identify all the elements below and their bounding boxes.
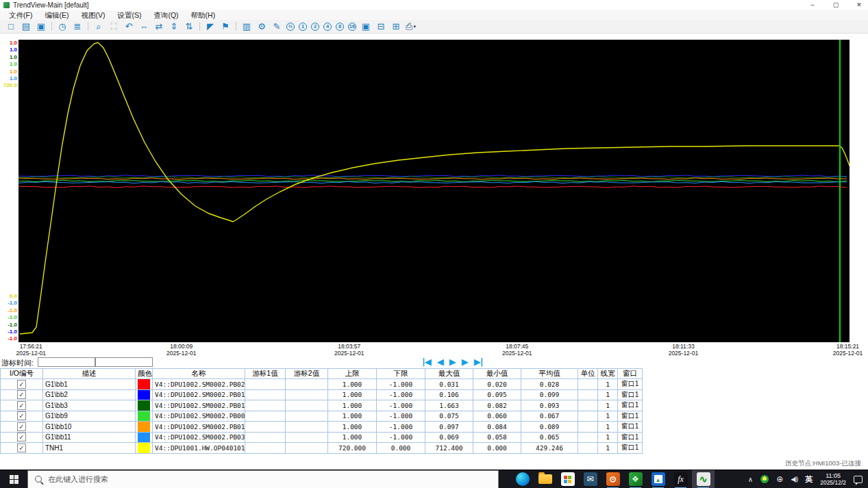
taskbar-app-macs-app[interactable]: ❖ [624,470,647,488]
tray-app-icon[interactable] [760,475,769,483]
taskbar-app-photos[interactable]: ▲ [647,470,669,488]
minimize-button[interactable]: – [808,0,817,10]
photos-icon: ▲ [652,472,665,486]
cursor1-cell [245,422,286,433]
row-checkbox[interactable]: ✓ [17,444,26,452]
select-cursor-icon[interactable]: ◤ [205,21,216,33]
taskbar-app-mail[interactable]: ✉ [579,470,602,488]
y-label-bottom-0: 0.0 [0,293,17,300]
compress-horizontal-icon[interactable]: ⇄ [153,21,164,33]
settings-gear-icon[interactable]: ⚙ [256,21,267,33]
volume-icon[interactable]: ◀)) [791,476,797,483]
action-center-icon[interactable] [854,476,863,483]
low-limit-cell: -1.000 [377,389,425,400]
compress-vertical-icon[interactable]: ⇅ [184,21,195,33]
cursor2-cell [286,379,328,390]
desc-cell: TNH1 [43,443,136,454]
tag-name-cell: V4::DPU1001.HW.OP040101.PV [153,443,245,454]
layout-two-pane-icon[interactable]: ⊟ [375,21,386,33]
row-checkbox[interactable]: ✓ [17,411,26,420]
menu-item-1[interactable]: 编辑(E) [38,10,75,20]
start-button[interactable] [0,470,27,488]
annotate-pen-icon[interactable]: ✎ [271,21,282,33]
menu-item-4[interactable]: 查询(Q) [147,10,184,20]
taskbar-app-trendview[interactable]: ∿ [692,470,715,488]
open-file-icon[interactable]: ▤ [21,21,32,33]
row-checkbox[interactable]: ✓ [17,422,26,431]
taskbar-app-edge[interactable] [511,470,534,488]
nav-play-button[interactable]: ▶ [449,356,456,368]
taskbar-app-config-tool[interactable]: ⚙ [602,470,624,488]
tag-list-icon[interactable]: ≣ [72,21,83,33]
high-limit-cell: 720.000 [328,443,377,454]
nav-prev-button[interactable]: ◀ [437,356,443,368]
avg-value-cell: 0.099 [521,389,578,400]
windows-taskbar: 在此键入进行搜索 ✉⚙❖▲fx∿ ∧ ⊕ ◀)) 英 11:05 2025/12… [0,470,868,488]
save-icon[interactable]: ▣ [36,21,47,33]
taskbar-search-input[interactable]: 在此键入进行搜索 [27,470,499,488]
report-icon[interactable]: ▥ [241,21,252,33]
scale-16-button[interactable]: 16 [348,23,356,31]
nav-first-button[interactable]: |◀ [422,356,431,368]
series-G1-bb3 [18,177,847,178]
taskbar-clock[interactable]: 11:05 2025/12/2 [820,472,846,486]
y-label-bottom-3: -1.0 [0,314,17,321]
scale-half-button[interactable]: ½ [286,23,295,31]
toolbar-separator [51,22,52,31]
row-checkbox[interactable]: ✓ [17,401,26,410]
row-checkbox[interactable]: ✓ [17,390,26,399]
expand-vertical-icon[interactable]: ⇕ [169,21,179,33]
toolbar-separator [199,22,200,31]
low-limit-cell: 0.000 [377,443,425,454]
taskbar-app-store[interactable] [556,470,579,488]
scale-2-button[interactable]: 2 [311,23,319,31]
menu-item-3[interactable]: 设置(S) [111,10,147,20]
row-checkbox[interactable]: ✓ [17,433,26,441]
color-cell [136,411,153,422]
layout-single-icon[interactable]: ▣ [360,21,371,33]
chart-cursor-line [839,40,841,342]
scale-4-button[interactable]: 4 [323,23,332,31]
menu-bar: 文件(F)编辑(E)视图(V)设置(S)查询(Q)帮助(H) [0,10,868,20]
network-icon[interactable]: ⊕ [776,475,783,483]
maximize-button[interactable]: ▢ [831,0,841,10]
cursor-time-input-2[interactable] [95,357,153,367]
new-file-icon[interactable]: □ [5,21,16,33]
app-logo-icon [3,2,10,8]
taskbar-app-file-explorer[interactable] [534,470,556,488]
min-value-cell: 0.084 [473,422,521,433]
menu-item-2[interactable]: 视图(V) [75,10,111,20]
trendview-icon: ∿ [697,472,710,486]
color-cell [136,443,153,454]
tray-chevron-icon[interactable]: ∧ [748,476,753,483]
language-indicator[interactable]: 英 [805,474,813,485]
row-checkbox[interactable]: ✓ [17,380,26,389]
trend-plot[interactable] [18,40,850,342]
nav-next-button[interactable]: ▶ [462,356,468,368]
column-header-9: 最小值 [473,369,521,379]
time-range-icon[interactable]: ◷ [57,21,68,33]
close-button[interactable]: ✕ [854,0,864,10]
zoom-area-icon[interactable]: ⌕ [93,21,104,33]
expand-horizontal-icon[interactable]: ⇔ [138,21,149,33]
file-explorer-icon [538,474,552,484]
menu-item-5[interactable]: 帮助(H) [185,10,222,20]
series-G1-bb10 [18,178,847,179]
history-node-status: 历史节点:HMI1003-已连接 [785,459,861,468]
print-icon-glyph: ⎙ [406,21,412,32]
undo-icon[interactable]: ↶ [123,21,134,33]
io-cell: ✓ [1,400,43,411]
scale-1-button[interactable]: 1 [299,23,307,31]
cursor-flag-icon[interactable]: ⚑ [220,21,231,33]
y-axis-top-labels: 1.01.01.01.01.01.0720.0 [0,40,17,90]
desc-cell: G1\bb11 [43,432,136,443]
dropdown-arrow-icon: ▾ [413,24,416,29]
cursor-time-input-1[interactable] [38,357,95,367]
min-value-cell: 0.060 [473,411,521,422]
nav-last-button[interactable]: ▶| [474,356,483,368]
scale-8-button[interactable]: 8 [336,23,344,31]
layout-four-pane-icon[interactable]: ⊞ [390,21,401,33]
taskbar-app-fx-tool[interactable]: fx [669,470,692,488]
print-icon[interactable]: ⎙▾ [406,21,416,32]
menu-item-0[interactable]: 文件(F) [3,10,38,20]
